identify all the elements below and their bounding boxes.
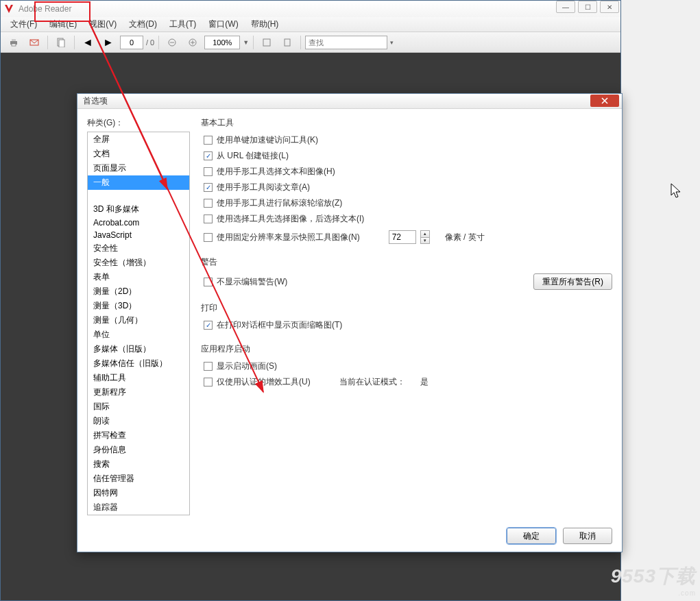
category-item[interactable]: 身份信息 bbox=[88, 443, 189, 457]
basic-tool-checkbox[interactable] bbox=[204, 199, 213, 208]
zoom-input[interactable] bbox=[204, 36, 240, 49]
hide-edit-warn-row: 不显示编辑警告(W) 重置所有警告(R) bbox=[204, 273, 612, 290]
category-item[interactable]: 多媒体（旧版） bbox=[88, 342, 189, 356]
category-item[interactable]: 单位 bbox=[88, 328, 189, 342]
window-controls: — ☐ ✕ bbox=[556, 1, 619, 13]
category-item[interactable]: 更新程序 bbox=[88, 385, 189, 400]
basic-tool-row: 使用手形工具进行鼠标滚轮缩放(Z) bbox=[204, 197, 612, 209]
page-total: / 0 bbox=[146, 38, 154, 47]
page-count-icon[interactable] bbox=[52, 35, 70, 50]
category-item[interactable]: 测量（3D） bbox=[88, 299, 189, 313]
category-item[interactable]: 国际 bbox=[88, 400, 189, 414]
dialog-title: 首选项 bbox=[83, 95, 108, 107]
category-item[interactable]: 追踪器 bbox=[88, 500, 189, 515]
category-item[interactable]: Acrobat.com bbox=[88, 217, 189, 229]
toolbar-separator bbox=[74, 36, 75, 49]
group-printing: 打印 在打印对话框中显示页面缩略图(T) bbox=[201, 302, 612, 331]
category-item[interactable]: 一般 bbox=[88, 175, 189, 190]
menu-view[interactable]: 视图(V) bbox=[84, 17, 122, 32]
menu-window[interactable]: 窗口(W) bbox=[203, 17, 243, 32]
category-item[interactable]: 因特网 bbox=[88, 486, 189, 500]
splash-label: 显示启动画面(S) bbox=[217, 360, 277, 372]
toolbar-separator bbox=[158, 36, 159, 49]
splash-checkbox[interactable] bbox=[204, 362, 213, 371]
print-button[interactable] bbox=[5, 35, 23, 50]
category-item[interactable]: 多媒体信任（旧版） bbox=[88, 356, 189, 371]
menu-document[interactable]: 文档(D) bbox=[123, 17, 162, 32]
basic-tool-row: 使用单键加速键访问工具(K) bbox=[204, 134, 612, 146]
basic-tool-label: 使用手形工具阅读文章(A) bbox=[217, 182, 310, 193]
category-item[interactable]: 全屏 bbox=[88, 132, 189, 147]
fit-page-button[interactable] bbox=[278, 35, 296, 50]
category-item[interactable]: 信任管理器 bbox=[88, 471, 189, 486]
close-button[interactable]: ✕ bbox=[600, 1, 619, 13]
hide-edit-warn-checkbox[interactable] bbox=[204, 278, 213, 286]
group-warnings: 警告 不显示编辑警告(W) 重置所有警告(R) bbox=[201, 256, 612, 290]
category-item[interactable]: 辅助工具 bbox=[88, 371, 189, 385]
basic-tool-row: 使用手形工具选择文本和图像(H) bbox=[204, 166, 612, 177]
ok-button[interactable]: 确定 bbox=[507, 528, 556, 544]
watermark-main: 9553下载 bbox=[611, 565, 696, 587]
adobe-logo-icon bbox=[3, 3, 14, 14]
menu-tools[interactable]: 工具(T) bbox=[164, 17, 202, 32]
category-item[interactable]: 3D 和多媒体 bbox=[88, 202, 189, 217]
fit-width-button[interactable] bbox=[258, 35, 276, 50]
category-item[interactable]: 朗读 bbox=[88, 414, 189, 428]
prev-page-button[interactable]: ◄ bbox=[79, 35, 97, 50]
fixed-res-checkbox[interactable] bbox=[204, 233, 213, 242]
category-item[interactable]: 测量（几何） bbox=[88, 313, 189, 328]
search-input[interactable] bbox=[305, 36, 387, 49]
menu-edit[interactable]: 编辑(E) bbox=[44, 17, 82, 32]
basic-tool-checkbox[interactable] bbox=[204, 167, 213, 176]
zoom-dropdown-icon[interactable]: ▼ bbox=[243, 39, 249, 46]
category-item[interactable]: 搜索 bbox=[88, 457, 189, 471]
basic-tool-checkbox[interactable] bbox=[204, 136, 213, 145]
category-item[interactable] bbox=[88, 190, 189, 202]
minimize-button[interactable]: — bbox=[556, 1, 575, 13]
basic-tool-label: 使用单键加速键访问工具(K) bbox=[217, 134, 318, 146]
category-item[interactable]: 安全性（增强） bbox=[88, 256, 189, 270]
page-number-input[interactable] bbox=[120, 36, 143, 49]
reset-warnings-button[interactable]: 重置所有警告(R) bbox=[533, 273, 612, 290]
svg-rect-11 bbox=[263, 39, 270, 46]
print-thumb-checkbox[interactable] bbox=[204, 321, 213, 330]
basic-tool-checkbox[interactable] bbox=[204, 183, 213, 192]
settings-pane: 基本工具 使用单键加速键访问工具(K)从 URL 创建链接(L)使用手形工具选择… bbox=[201, 117, 612, 512]
zoom-out-button[interactable] bbox=[163, 35, 181, 50]
svg-rect-1 bbox=[12, 39, 16, 41]
titlebar: Adobe Reader — ☐ ✕ bbox=[1, 1, 620, 17]
watermark-sub: .com bbox=[611, 589, 696, 597]
certified-checkbox[interactable] bbox=[204, 378, 213, 387]
menu-file[interactable]: 文件(F) bbox=[5, 17, 43, 32]
group-startup: 应用程序启动 显示启动画面(S) 仅使用认证的增效工具(U) 当前在认证模式： … bbox=[201, 343, 612, 388]
category-item[interactable]: 拼写检查 bbox=[88, 428, 189, 443]
group-basic-tools: 基本工具 使用单键加速键访问工具(K)从 URL 创建链接(L)使用手形工具选择… bbox=[201, 117, 612, 244]
basic-tool-row: 使用选择工具先选择图像，后选择文本(I) bbox=[204, 213, 612, 225]
category-item[interactable]: JavaScript bbox=[88, 229, 189, 241]
category-list[interactable]: 全屏文档页面显示一般 3D 和多媒体Acrobat.comJavaScript安… bbox=[87, 132, 190, 515]
email-button[interactable] bbox=[25, 35, 43, 50]
cancel-button[interactable]: 取消 bbox=[563, 528, 612, 544]
fixed-res-unit: 像素 / 英寸 bbox=[445, 232, 485, 243]
hide-edit-warn-label: 不显示编辑警告(W) bbox=[217, 276, 287, 288]
fixed-res-spinner[interactable]: ▲▼ bbox=[420, 230, 430, 244]
category-item[interactable]: 测量（2D） bbox=[88, 284, 189, 299]
print-thumb-row: 在打印对话框中显示页面缩略图(T) bbox=[204, 319, 612, 331]
next-page-button[interactable]: ► bbox=[99, 35, 117, 50]
category-item[interactable]: 表单 bbox=[88, 270, 189, 284]
basic-tool-checkbox[interactable] bbox=[204, 214, 213, 223]
toolbar-separator bbox=[300, 36, 301, 49]
zoom-in-button[interactable] bbox=[184, 35, 202, 50]
category-item[interactable]: 页面显示 bbox=[88, 161, 189, 175]
fixed-res-value[interactable] bbox=[389, 230, 416, 244]
dialog-close-button[interactable] bbox=[590, 95, 619, 107]
menu-help[interactable]: 帮助(H) bbox=[245, 17, 285, 32]
svg-rect-12 bbox=[285, 39, 290, 46]
category-item[interactable]: 文档 bbox=[88, 147, 189, 161]
maximize-button[interactable]: ☐ bbox=[578, 1, 597, 13]
category-item[interactable]: 安全性 bbox=[88, 241, 189, 256]
print-thumb-label: 在打印对话框中显示页面缩略图(T) bbox=[217, 319, 342, 331]
basic-tool-checkbox[interactable] bbox=[204, 151, 213, 160]
search-dropdown-icon[interactable]: ▾ bbox=[390, 39, 394, 46]
toolbar-separator bbox=[253, 36, 254, 49]
